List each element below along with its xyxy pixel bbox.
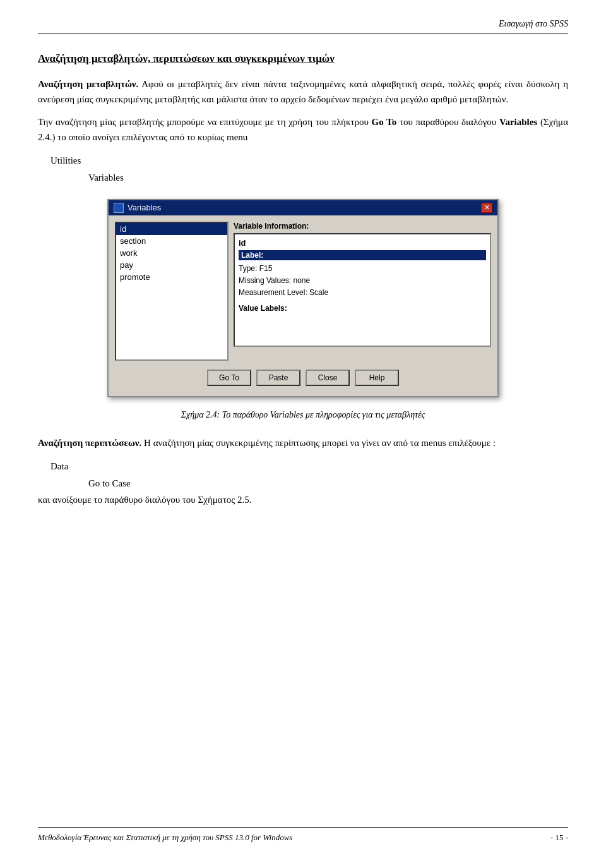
list-item-section[interactable]: section [116,235,227,247]
menu-data: Data [38,458,568,475]
list-item-work[interactable]: work [116,247,227,259]
dialog-icon [114,203,124,213]
section2-para2: και ανοίξουμε το παράθυρο διαλόγου του Σ… [38,492,568,507]
subheading2: Αναζήτηση περιπτώσεων. [38,438,141,448]
dialog-title-text: Variables [128,203,161,212]
dialog-close-button[interactable]: ✕ [481,203,492,213]
var-label-row: Label: [239,250,486,260]
dialog-container: Variables ✕ id section work pay promote [107,199,499,397]
para2-after: του παραθύρου διαλόγου [396,117,499,127]
var-missing: Missing Values: none [239,275,486,287]
dialog-body: id section work pay promote Variable Inf… [109,215,497,396]
dialog-title-left: Variables [114,203,161,213]
goto-button[interactable]: Go To [207,370,251,386]
page-container: Εισαγωγή στο SPSS Αναζήτηση μεταβλητών, … [0,0,606,868]
dialog-buttons-row: Go To Paste Close Help [115,366,491,390]
variables-dialog: Variables ✕ id section work pay promote [107,199,499,397]
variables-bold: Variables [499,117,537,127]
footer: Μεθοδολογία Έρευνας και Στατιστική με τη… [38,827,568,843]
var-name: id [239,238,486,248]
header: Εισαγωγή στο SPSS [38,19,568,33]
section2-body: Αναζήτηση περιπτώσεων. Η αναζήτηση μίας … [38,435,568,450]
var-info-label: Variable Information: [234,222,491,231]
list-item-promote[interactable]: promote [116,271,227,283]
variable-list-panel: id section work pay promote [115,222,229,361]
var-value-labels: Value Labels: [239,304,486,313]
var-measurement: Measurement Level: Scale [239,287,486,299]
footer-text: Μεθοδολογία Έρευνας και Στατιστική με τη… [38,833,292,843]
section1-body: Αναζήτηση μεταβλητών. Αφού οι μεταβλητές… [38,76,568,107]
header-title: Εισαγωγή στο SPSS [499,19,568,29]
subheading1: Αναζήτηση μεταβλητών. [38,79,138,89]
variable-info-panel: Variable Information: id Label: Type: F1… [234,222,491,361]
list-item-id[interactable]: id [116,223,227,235]
para2-before: Την αναζήτηση μίας μεταβλητής μπορούμε ν… [38,117,372,127]
help-button[interactable]: Help [355,370,399,386]
menu-variables: Variables [38,169,568,186]
menu-utilities: Utilities [38,152,568,169]
dialog-titlebar: Variables ✕ [109,200,497,215]
menu-go-to-case: Go to Case [38,475,568,492]
close-button[interactable]: Close [306,370,350,386]
section2-para1: Η αναζήτηση μίας συγκεκριμένης περίπτωση… [144,438,496,448]
figure-caption: Σχήμα 2.4: Το παράθυρο Variables με πληρ… [38,410,568,420]
paragraph2: Την αναζήτηση μίας μεταβλητής μπορούμε ν… [38,114,568,145]
paste-button[interactable]: Paste [256,370,300,386]
dialog-main-row: id section work pay promote Variable Inf… [115,222,491,361]
list-item-pay[interactable]: pay [116,259,227,271]
section-heading: Αναζήτηση μεταβλητών, περιπτώσεων και συ… [38,51,568,66]
var-info-box: id Label: Type: F15 Missing Values: none… [234,233,491,347]
footer-page: - 15 - [550,833,568,843]
var-type: Type: F15 [239,263,486,275]
go-to-text: Go To [372,117,397,127]
